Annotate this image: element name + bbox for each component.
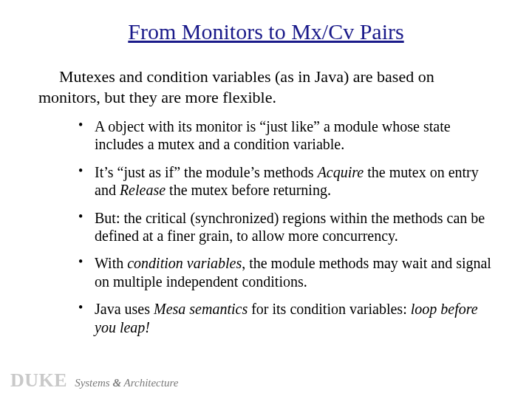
footer: DUKE Systems & Architecture [10,369,178,392]
bullet-text: It’s “just as if” the module’s methods [95,164,318,180]
ampersand-icon: & [112,377,121,389]
bullet-text: But: the critical (synchronized) regions… [95,210,485,244]
footer-tagline: Systems & Architecture [75,377,178,389]
bullet-text: Java uses [95,301,154,317]
bullet-item: With condition variables, the module met… [78,254,497,290]
bullet-item: But: the critical (synchronized) regions… [78,209,497,245]
bullet-list: A object with its monitor is “just like”… [35,117,497,336]
bullet-item: A object with its monitor is “just like”… [78,117,497,154]
bullet-emphasis: Mesa semantics [154,301,248,317]
bullet-text: With [95,255,127,271]
bullet-text: for its condition variables: [248,301,411,317]
bullet-text: the mutex before returning. [166,182,331,198]
bullet-item: Java uses Mesa semantics for its conditi… [78,300,497,336]
brand-logo: DUKE [10,369,67,392]
intro-text: Mutexes and condition variables (as in J… [38,67,434,106]
bullet-emphasis: condition variables [127,255,242,271]
bullet-text: A object with its monitor is “just like”… [95,118,451,152]
bullet-emphasis: Release [120,182,166,198]
slide-title: From Monitors to Mx/Cv Pairs [35,19,497,44]
intro-paragraph: Mutexes and condition variables (as in J… [35,66,497,107]
bullet-emphasis: Acquire [318,164,364,180]
tagline-part: Architecture [121,377,178,389]
bullet-item: It’s “just as if” the module’s methods A… [78,163,497,200]
tagline-part: Systems [75,377,112,389]
